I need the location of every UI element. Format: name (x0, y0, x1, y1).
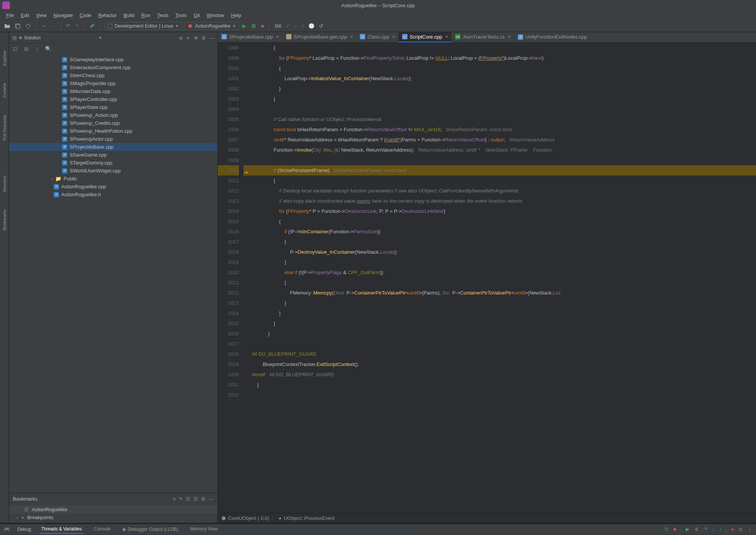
tool-icon[interactable]: ☰ (186, 496, 191, 502)
menu-run[interactable]: Run (138, 12, 153, 19)
menu-help[interactable]: Help (228, 12, 244, 19)
menu-window[interactable]: Window (204, 12, 227, 19)
rerun-icon[interactable]: ↻ (665, 526, 669, 532)
close-tab-icon[interactable]: × (276, 34, 279, 40)
edit-icon[interactable]: ✎ (179, 496, 183, 502)
file-item[interactable]: ⊡SProjectileBase.cpp (9, 143, 217, 151)
breadcrumb[interactable]: ⬢ CoreUObject ( 0.0) 〉 ● UObject::Proces… (218, 513, 756, 523)
hide-icon[interactable]: — (209, 35, 214, 40)
debug-tab[interactable]: Console (93, 525, 112, 534)
step-out-icon[interactable]: ↑ (719, 526, 722, 532)
file-item[interactable]: ⊡SWorldUserWidget.cpp (9, 167, 217, 175)
editor-tab[interactable]: cClass.cpp× (356, 32, 398, 42)
view-mode-select[interactable]: ◆ (19, 35, 22, 40)
more-icon[interactable]: ⋮ (747, 526, 752, 532)
file-item[interactable]: ⊡STargetDummy.cpp (9, 159, 217, 167)
file-tree[interactable]: ⊡SGameplayInterface.cpp⊡SInteractionComp… (9, 54, 217, 493)
bookmark-item[interactable]: › ● Breakpoints (9, 513, 217, 521)
menu-tests[interactable]: Tests (154, 12, 172, 19)
refresh-icon[interactable] (24, 22, 33, 30)
leftbar-explorer[interactable]: Explorer (2, 47, 8, 69)
file-item[interactable]: ⊡SPowerup_Credits.cpp (9, 119, 217, 127)
menu-navigate[interactable]: Navigate (50, 12, 76, 19)
tool-icon[interactable]: ↕ (36, 46, 38, 52)
breakpoints-icon[interactable]: ● (731, 526, 734, 532)
folder-item[interactable]: › 📁 Public (9, 175, 217, 183)
file-item[interactable]: ⊡ActionRoguelike.cpp (9, 183, 217, 191)
file-item[interactable]: ⊡ActionRoguelike.h (9, 191, 217, 198)
step-into-icon[interactable]: ↓ (712, 526, 715, 532)
run-icon[interactable]: ▶ (241, 22, 247, 30)
leftbar-structure[interactable]: Structure (2, 172, 8, 195)
undo-icon[interactable]: ↶ (65, 22, 71, 30)
bookmark-item[interactable]: ☰ ActionRoguelike (9, 506, 217, 513)
code-area[interactable]: 1998199920002001200220032004200520062007… (218, 43, 756, 513)
collapse-icon[interactable]: ≡ (186, 35, 192, 40)
menu-edit[interactable]: Edit (18, 12, 32, 19)
file-item[interactable]: ⊡SMonsterData.cpp (9, 87, 217, 95)
file-item[interactable]: ⊡SPowerupActor.cpp (9, 135, 217, 143)
vcs-history-icon[interactable]: 🕐 (307, 22, 316, 30)
debug-tab[interactable]: Memory View (189, 525, 219, 534)
vcs-update-icon[interactable]: ✓ (285, 22, 291, 30)
run-target-select[interactable]: ActionRoguelike ▾ (184, 22, 239, 30)
search-icon[interactable]: 🔍 (45, 46, 51, 52)
editor-tab[interactable]: C#JsonTracerTests.cs× (451, 32, 514, 42)
leftbar-bookmarks[interactable]: Bookmarks (2, 206, 8, 233)
file-item[interactable]: ⊡SItemChest.cpp (9, 71, 217, 79)
menu-code[interactable]: Code (77, 12, 94, 19)
hammer-icon[interactable] (88, 22, 96, 30)
menu-build[interactable]: Build (121, 12, 138, 19)
editor-tab[interactable]: cUnifyFunctionExitNodes.cpp (514, 32, 590, 42)
tool-icon[interactable]: ≡ (173, 496, 176, 502)
gear-icon[interactable]: ⚙ (201, 496, 206, 502)
debug-icon[interactable] (249, 22, 258, 30)
vcs-push-icon[interactable]: ↑ (300, 22, 305, 30)
hide-icon[interactable]: — (209, 496, 214, 502)
tool-icon[interactable]: ⊞ (24, 46, 29, 52)
close-tab-icon[interactable]: × (392, 34, 395, 40)
menu-view[interactable]: View (33, 12, 50, 19)
leftbar-pull-requests[interactable]: Pull Requests (2, 112, 8, 144)
menu-file[interactable]: File (3, 12, 17, 19)
code-content[interactable]: { for (FProperty* LocalProp = Function->… (250, 43, 756, 513)
step-over-icon[interactable]: ↷ (703, 526, 708, 532)
file-item[interactable]: ⊡SPowerup_Action.cpp (9, 111, 217, 119)
save-all-icon[interactable] (14, 22, 22, 30)
tool-icon[interactable]: ☰ (194, 496, 198, 502)
pause-icon[interactable]: ⏸ (694, 526, 699, 532)
file-item[interactable]: ⊡SSaveGame.cpp (9, 151, 217, 159)
mute-bp-icon[interactable]: ⊘ (739, 526, 743, 532)
stop-icon[interactable]: ■ (673, 526, 676, 532)
expand-icon[interactable]: ✻ (194, 35, 199, 40)
editor-tab[interactable]: cScriptCore.cpp× (398, 32, 451, 42)
menu-refactor[interactable]: Refactor (95, 12, 120, 19)
file-item[interactable]: ⊡SMagicProjectile.cpp (9, 79, 217, 87)
settings-icon[interactable]: ⚙ (201, 35, 207, 40)
debug-tab[interactable]: Threads & Variables (40, 525, 84, 534)
file-item[interactable]: ⊡SPlayerController.cpp (9, 95, 217, 103)
file-item[interactable]: ⊡SPowerup_HealthPotion.cpp (9, 127, 217, 135)
editor-tab[interactable]: ⊡SProjectileBase.gen.cpp× (282, 32, 356, 42)
close-tab-icon[interactable]: × (350, 34, 353, 40)
menu-tools[interactable]: Tools (172, 12, 190, 19)
resume-icon[interactable]: ▶ (686, 526, 689, 532)
vcs-rollback-icon[interactable]: ↺ (318, 22, 324, 30)
file-item[interactable]: ⊡SInteractionComponent.cpp (9, 64, 217, 71)
stop-icon[interactable]: ■ (260, 22, 265, 30)
debug-tab[interactable]: ▶ Debugger Output (LLDB) (121, 525, 180, 534)
target-icon[interactable]: ⊕ (179, 35, 184, 40)
tool-icon[interactable]: ⊡ (13, 46, 17, 52)
forward-icon[interactable]: → (50, 22, 57, 30)
close-tab-icon[interactable]: × (445, 34, 448, 40)
redo-icon[interactable]: ↷ (74, 22, 80, 30)
back-icon[interactable]: ← (40, 22, 48, 30)
leftbar-commit[interactable]: Commit (2, 80, 8, 101)
build-config-select[interactable]: Development Editor | Linux ▾ (104, 22, 182, 30)
open-icon[interactable] (3, 22, 11, 30)
file-item[interactable]: ⊡SPlayerState.cpp (9, 103, 217, 111)
menu-git[interactable]: Git (191, 12, 203, 19)
vcs-commit-icon[interactable]: ↓ (293, 22, 298, 30)
file-item[interactable]: ⊡SGameplayInterface.cpp (9, 56, 217, 64)
leftbar-[interactable] (4, 155, 5, 161)
